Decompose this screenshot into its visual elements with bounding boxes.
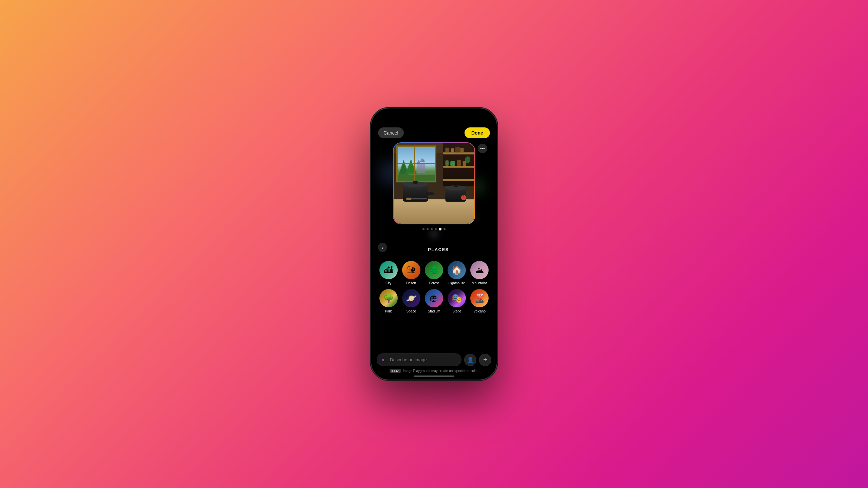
stadium-label: Stadium <box>428 309 440 313</box>
volcano-label: Volcano <box>474 309 486 313</box>
mountains-label: Mountains <box>472 281 487 285</box>
main-image-container[interactable] <box>393 142 475 224</box>
svg-rect-47 <box>463 195 464 197</box>
dot-2 <box>427 228 429 230</box>
main-image-inner <box>394 143 474 224</box>
place-item-stadium[interactable]: Stadium <box>423 289 444 313</box>
svg-rect-26 <box>460 148 464 152</box>
add-button[interactable]: + <box>479 354 491 366</box>
svg-rect-39 <box>426 192 434 195</box>
cancel-button[interactable]: Cancel <box>378 127 404 138</box>
svg-rect-29 <box>457 160 461 166</box>
back-button[interactable]: ‹ <box>378 243 387 252</box>
desert-icon <box>402 261 420 279</box>
beta-badge: BETA <box>390 369 401 373</box>
image-dots <box>422 228 446 230</box>
place-item-space[interactable]: Space <box>401 289 421 313</box>
svg-rect-27 <box>445 160 449 166</box>
svg-rect-15 <box>396 146 436 147</box>
dynamic-island <box>420 113 448 122</box>
lighthouse-icon <box>448 261 466 279</box>
stage-label: Stage <box>452 309 461 313</box>
place-item-stage[interactable]: Stage <box>447 289 467 313</box>
svg-point-43 <box>453 185 458 187</box>
dot-5-active <box>439 228 441 230</box>
forest-icon <box>425 261 443 279</box>
place-item-mountains[interactable]: Mountains <box>469 261 490 285</box>
space-icon <box>402 289 420 307</box>
person-icon: 👤 <box>467 357 474 363</box>
image-area: ••• <box>371 142 497 230</box>
city-icon <box>379 261 398 279</box>
desert-label: Desert <box>406 281 416 285</box>
place-item-city[interactable]: City <box>378 261 399 285</box>
dot-3 <box>431 228 433 230</box>
svg-point-31 <box>465 156 470 163</box>
volcano-icon <box>470 289 489 307</box>
scroll-area: ‹ PLACES City Desert <box>371 230 497 350</box>
phone-content: Cancel Done ••• <box>371 108 497 380</box>
places-section: ‹ PLACES City Desert <box>371 237 497 317</box>
home-indicator <box>414 375 454 377</box>
beta-notice-text: Image Playground may create unexpected r… <box>403 369 478 373</box>
phone-frame: Cancel Done ••• <box>371 108 497 380</box>
park-icon <box>379 289 398 307</box>
svg-rect-22 <box>443 179 474 181</box>
svg-rect-7 <box>417 163 426 173</box>
svg-rect-25 <box>455 147 460 152</box>
more-options-button[interactable]: ••• <box>478 144 487 153</box>
place-item-lighthouse[interactable]: Lighthouse <box>447 261 467 285</box>
place-item-forest[interactable]: Forest <box>423 261 444 285</box>
section-row: ‹ PLACES <box>378 243 490 256</box>
places-grid: City Desert Forest Lighthouse <box>378 261 490 313</box>
sparkle-icon: ✦ <box>381 357 385 363</box>
svg-rect-24 <box>451 148 454 152</box>
svg-rect-18 <box>396 163 436 164</box>
svg-rect-23 <box>445 148 449 152</box>
space-label: Space <box>407 309 416 313</box>
lighthouse-label: Lighthouse <box>449 281 465 285</box>
plus-icon: + <box>483 356 487 364</box>
place-item-desert[interactable]: Desert <box>401 261 421 285</box>
stage-icon <box>448 289 466 307</box>
svg-point-38 <box>413 181 418 184</box>
describe-input[interactable] <box>377 353 461 366</box>
image-scene <box>394 143 474 224</box>
place-item-volcano[interactable]: Volcano <box>469 289 490 313</box>
person-button[interactable]: 👤 <box>464 354 476 366</box>
dot-6 <box>443 228 446 230</box>
svg-rect-30 <box>463 161 466 166</box>
mountains-icon <box>470 261 489 279</box>
svg-rect-32 <box>394 200 474 224</box>
city-label: City <box>386 281 391 285</box>
svg-rect-28 <box>450 161 455 166</box>
park-label: Park <box>385 309 392 313</box>
done-button[interactable]: Done <box>465 127 490 138</box>
back-icon: ‹ <box>382 245 383 250</box>
stadium-icon <box>425 289 443 307</box>
place-item-park[interactable]: Park <box>378 289 399 313</box>
svg-rect-45 <box>406 198 411 200</box>
input-wrapper: ✦ <box>377 353 461 366</box>
input-area: ✦ 👤 + <box>371 350 497 369</box>
svg-rect-20 <box>443 152 474 155</box>
dot-1 <box>422 228 425 230</box>
dot-4 <box>435 228 437 230</box>
more-icon: ••• <box>480 146 485 151</box>
beta-notice: BETA Image Playground may create unexpec… <box>371 369 497 375</box>
svg-rect-21 <box>443 166 474 168</box>
forest-label: Forest <box>429 281 439 285</box>
section-title: PLACES <box>387 247 490 252</box>
